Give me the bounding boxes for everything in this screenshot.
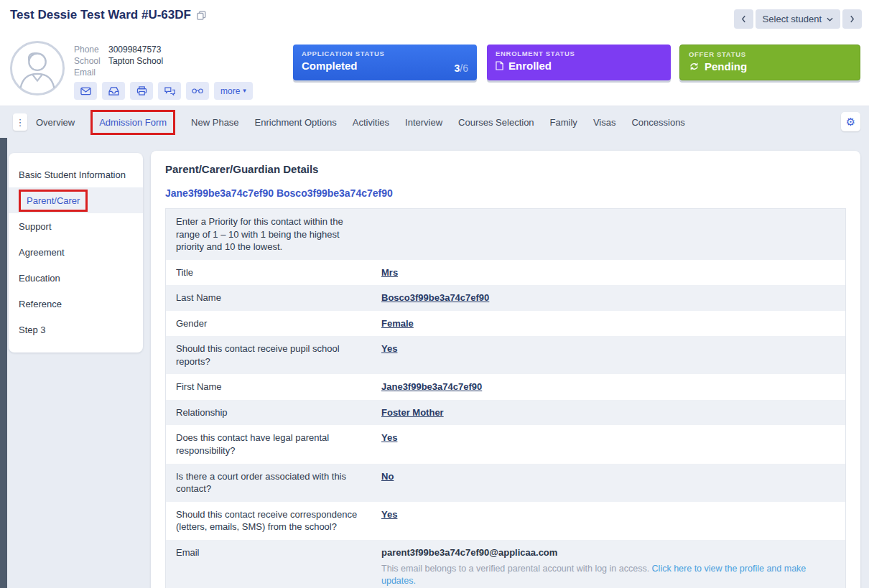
table-row: Is there a court order associated with t…	[166, 464, 845, 502]
row-value[interactable]: Mrs	[381, 267, 398, 278]
sidebar-item-parent-carer[interactable]: Parent/Carer	[9, 187, 143, 213]
inbox-button[interactable]	[102, 82, 125, 100]
tab-bar: ⋮ OverviewAdmission FormNew PhaseEnrichm…	[0, 106, 869, 138]
email-note-text: This email belongs to a verified parenta…	[381, 564, 652, 574]
sidebar-item-reference[interactable]: Reference	[9, 291, 143, 317]
row-label: Relationship	[166, 400, 376, 426]
page-title: Test Dessie Test Ward #U-63DF	[10, 8, 206, 22]
application-status-value: Completed	[302, 60, 468, 72]
table-row: TitleMrs	[166, 260, 845, 286]
email-note: This email belongs to a verified parenta…	[381, 563, 840, 587]
document-icon	[496, 61, 503, 70]
row-value-cell: Yes	[376, 425, 845, 463]
email-button[interactable]	[74, 82, 97, 100]
parent-details-panel: Parent/Carer/Guardian Details Jane3f99be…	[151, 151, 860, 588]
row-value[interactable]: Bosco3f99be3a74c7ef90	[381, 292, 489, 303]
application-status-label: APPLICATION STATUS	[302, 50, 468, 57]
view-button[interactable]	[186, 82, 209, 100]
enrolment-status-card: ENROLMENT STATUS Enrolled	[487, 45, 671, 80]
top-header: Test Dessie Test Ward #U-63DF Select stu…	[0, 0, 869, 106]
sidebar-item-agreement[interactable]: Agreement	[9, 239, 143, 265]
sidebar-item-support[interactable]: Support	[9, 213, 143, 239]
table-row: Should this contact receive corresponden…	[166, 502, 845, 540]
tab-enrichment-options[interactable]: Enrichment Options	[255, 117, 337, 128]
student-navigation: Select student	[734, 9, 862, 29]
phone-label: Phone	[74, 44, 103, 55]
chevron-down-icon	[827, 17, 833, 22]
settings-button[interactable]: ⚙	[841, 112, 860, 131]
gear-icon: ⚙	[846, 116, 855, 129]
vertical-dots-icon: ⋮	[16, 117, 25, 128]
phone-value: 30099847573	[108, 44, 161, 55]
row-value-cell: No	[376, 464, 845, 502]
row-label: Is there a court order associated with t…	[166, 464, 376, 502]
tab-interview[interactable]: Interview	[405, 117, 442, 128]
offer-status-label: OFFER STATUS	[689, 50, 851, 58]
row-value[interactable]: Yes	[381, 343, 397, 354]
sidebar-item-basic-student-information[interactable]: Basic Student Information	[9, 162, 143, 187]
tab-list: OverviewAdmission FormNew PhaseEnrichmen…	[36, 106, 685, 138]
enrolment-status-label: ENROLMENT STATUS	[496, 50, 662, 57]
tab-overview[interactable]: Overview	[36, 117, 75, 128]
row-label: Last Name	[166, 285, 376, 311]
sidebar-item-label: Step 3	[19, 325, 46, 335]
tab-concessions[interactable]: Concessions	[631, 117, 684, 128]
next-student-button[interactable]	[842, 9, 862, 29]
previous-student-button[interactable]	[734, 9, 753, 29]
sidebar-item-education[interactable]: Education	[9, 265, 143, 291]
row-value-cell: Yes	[376, 502, 845, 540]
row-label: Does this contact have legal parental re…	[166, 425, 376, 463]
row-value[interactable]: parent3f99be3a74c7ef90@applicaa.com	[381, 547, 557, 558]
sidebar-item-step-3[interactable]: Step 3	[9, 317, 143, 342]
school-value: Tapton School	[108, 55, 163, 67]
form-section-sidebar: Basic Student InformationParent/CarerSup…	[9, 153, 143, 353]
table-row: RelationshipFoster Mother	[166, 400, 845, 426]
row-value-cell: Mrs	[376, 260, 845, 286]
row-value[interactable]: Yes	[381, 509, 397, 520]
row-value[interactable]: No	[381, 471, 394, 482]
row-value-cell: Foster Mother	[376, 400, 845, 426]
tab-overflow-button[interactable]: ⋮	[13, 113, 27, 131]
row-value-cell	[376, 209, 845, 260]
profile-school-row: School Tapton School	[74, 55, 163, 67]
tab-courses-selection[interactable]: Courses Selection	[458, 117, 534, 128]
row-value-cell: Bosco3f99be3a74c7ef90	[376, 285, 845, 311]
print-button[interactable]	[130, 82, 153, 100]
email-icon	[80, 87, 91, 95]
offer-status-value: Pending	[705, 60, 747, 73]
copy-icon[interactable]	[197, 11, 206, 20]
profile-email-row: Email	[74, 67, 163, 78]
contact-name-heading: Jane3f99be3a74c7ef90 Bosco3f99be3a74c7ef…	[165, 187, 846, 199]
offer-status-card: OFFER STATUS Pending	[679, 45, 860, 80]
row-label: Gender	[166, 311, 376, 337]
chat-button[interactable]	[158, 82, 181, 100]
row-value-cell: Jane3f99be3a74c7ef90	[376, 374, 845, 400]
row-value[interactable]: Foster Mother	[381, 407, 444, 418]
tab-family[interactable]: Family	[550, 117, 577, 128]
sidebar-item-label: Parent/Carer	[19, 190, 88, 212]
select-student-label: Select student	[763, 14, 822, 24]
print-icon	[136, 86, 147, 95]
email-label: Email	[74, 67, 103, 78]
student-avatar	[9, 40, 65, 99]
row-value-cell: Yes	[376, 336, 845, 374]
collapsed-nav-strip[interactable]	[0, 138, 7, 588]
row-value[interactable]: Female	[381, 318, 414, 329]
panel-title: Parent/Carer/Guardian Details	[165, 163, 846, 175]
tab-admission-form[interactable]: Admission Form	[90, 110, 175, 135]
sidebar-item-label: Reference	[19, 299, 62, 309]
select-student-dropdown[interactable]: Select student	[756, 9, 840, 29]
table-row: GenderFemale	[166, 311, 845, 337]
row-label: Email	[166, 540, 376, 588]
row-value[interactable]: Yes	[381, 432, 397, 443]
more-button[interactable]: more ▾	[214, 82, 253, 100]
tab-activities[interactable]: Activities	[353, 117, 389, 128]
tab-visas[interactable]: Visas	[593, 117, 616, 128]
row-label: First Name	[166, 374, 376, 400]
sidebar-item-label: Agreement	[19, 247, 65, 258]
row-value[interactable]: Jane3f99be3a74c7ef90	[381, 381, 482, 392]
more-label: more	[220, 86, 240, 96]
tab-new-phase[interactable]: New Phase	[191, 117, 238, 128]
row-label: Title	[166, 260, 376, 286]
sidebar-item-label: Support	[19, 221, 52, 232]
